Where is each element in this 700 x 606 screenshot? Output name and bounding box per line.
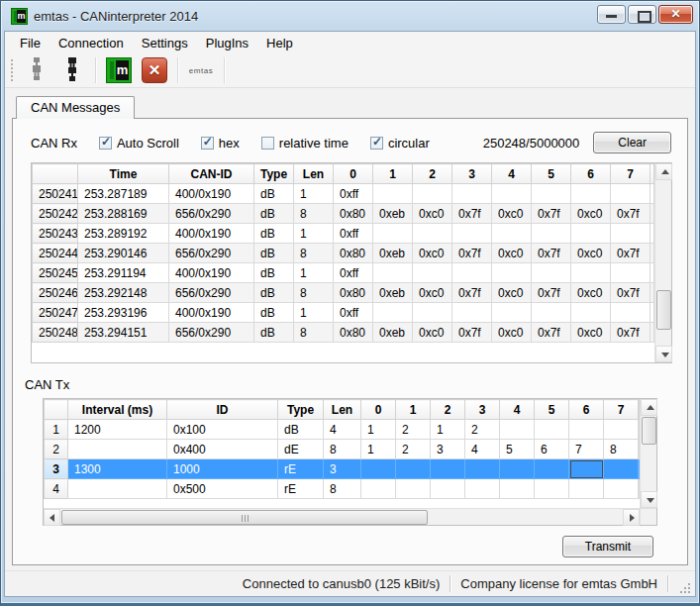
tx-cell[interactable]: 1000 (167, 459, 278, 479)
tx-horizontal-scrollbar[interactable] (44, 509, 640, 525)
tx-column-header[interactable]: 3 (465, 400, 500, 420)
tx-cell[interactable]: dB (278, 420, 324, 440)
tx-cell[interactable] (431, 459, 465, 479)
rx-cell[interactable]: 400/0x190 (169, 224, 254, 244)
rx-cell[interactable]: 0xc0 (571, 204, 611, 224)
tx-cell[interactable]: rE (278, 479, 324, 499)
rx-cell[interactable] (650, 224, 654, 244)
rx-column-header[interactable]: 6 (571, 164, 611, 184)
checkbox-checked-icon[interactable] (370, 137, 383, 150)
tx-table[interactable]: Interval (ms)IDTypeLen01234567112000x100… (44, 399, 640, 499)
rx-cell[interactable]: 0xc0 (492, 244, 532, 263)
rx-cell[interactable]: 400/0x190 (169, 303, 254, 323)
rx-cell[interactable]: dB (254, 283, 294, 303)
tx-cell[interactable] (604, 459, 639, 479)
rx-cell[interactable] (611, 224, 650, 244)
rx-cell[interactable]: 1 (294, 184, 334, 204)
rx-cell[interactable]: 0xff (334, 303, 373, 323)
rx-cell[interactable]: 0xc0 (492, 204, 532, 224)
rx-cell[interactable]: 0xc0 (492, 283, 532, 303)
checkbox-auto-scroll[interactable]: Auto Scroll (99, 136, 179, 151)
connect-button[interactable] (20, 55, 53, 85)
tx-cell[interactable] (361, 459, 396, 479)
tx-column-header[interactable]: 0 (361, 400, 396, 420)
rx-cell[interactable]: 1 (294, 263, 334, 283)
checkbox-unchecked-icon[interactable] (261, 137, 274, 150)
tx-cell[interactable]: dE (278, 440, 324, 459)
tx-column-header[interactable]: 7 (604, 400, 639, 420)
rx-cell[interactable]: 0x7f (611, 323, 650, 343)
rx-cell[interactable]: 0x7f (452, 244, 492, 263)
tx-row-number[interactable]: 2 (45, 440, 68, 459)
tx-cell[interactable]: 8 (324, 440, 361, 459)
tx-vertical-scrollbar[interactable] (640, 399, 656, 508)
rx-cell[interactable]: 0x7f (532, 283, 571, 303)
rx-cell[interactable] (413, 224, 452, 244)
tx-cell[interactable] (500, 459, 535, 479)
tx-cell[interactable] (500, 420, 535, 440)
rx-cell[interactable]: dB (254, 303, 294, 323)
tx-cell[interactable] (569, 420, 604, 440)
rx-cell[interactable] (571, 263, 611, 283)
rx-cell[interactable] (532, 224, 571, 244)
tx-column-header[interactable]: 2 (431, 400, 465, 420)
rx-cell[interactable]: 0x7f (532, 244, 571, 263)
rx-cell[interactable] (611, 184, 650, 204)
scroll-up-arrow-icon[interactable] (655, 163, 672, 180)
rx-column-header[interactable]: 7 (611, 164, 650, 184)
scroll-down-arrow-icon[interactable] (641, 491, 657, 508)
rx-cell[interactable] (373, 184, 413, 204)
rx-column-header[interactable]: Time (78, 164, 169, 184)
tx-column-header[interactable]: 4 (500, 400, 535, 420)
tx-cell[interactable]: 3 (431, 440, 465, 459)
rx-table[interactable]: TimeCAN-IDTypeLen01234567250241253.28718… (32, 163, 654, 343)
tx-row-number[interactable]: 3 (45, 459, 68, 479)
tx-column-header[interactable]: 6 (569, 400, 604, 420)
rx-cell[interactable]: 8 (294, 204, 334, 224)
checkbox-hex[interactable]: hex (201, 136, 240, 151)
rx-vertical-scrollbar[interactable] (654, 163, 671, 362)
rx-cell[interactable]: 253.293196 (78, 303, 169, 323)
checkbox-checked-icon[interactable] (99, 137, 112, 150)
tx-cell[interactable] (535, 459, 569, 479)
rx-cell[interactable] (532, 184, 571, 204)
rx-cell[interactable]: 0x7f (611, 204, 650, 224)
rx-cell[interactable]: 0xff (334, 184, 373, 204)
tx-cell[interactable]: 0x100 (167, 420, 278, 440)
rx-cell[interactable] (452, 224, 492, 244)
rx-cell[interactable]: 253.287189 (78, 184, 169, 204)
rx-column-header[interactable] (650, 164, 654, 184)
rx-cell[interactable]: 0xeb (373, 244, 413, 263)
tx-row[interactable]: 112000x100dB41212 (45, 420, 640, 440)
menu-item-help[interactable]: Help (257, 34, 302, 52)
tx-cell[interactable]: 1 (431, 420, 465, 440)
scroll-up-arrow-icon[interactable] (641, 399, 657, 416)
tx-cell[interactable]: 3 (324, 459, 361, 479)
rx-cell[interactable]: 0x7f (532, 323, 571, 343)
rx-cell[interactable]: 8 (294, 323, 334, 343)
rx-cell[interactable]: 0xc0 (571, 283, 611, 303)
rx-cell[interactable]: 0x7f (452, 323, 492, 343)
rx-cell[interactable]: 253.292148 (78, 283, 169, 303)
tx-corner-header[interactable] (45, 400, 68, 420)
rx-column-header[interactable]: 0 (334, 164, 373, 184)
tx-cell[interactable]: 2 (396, 440, 431, 459)
rx-cell[interactable] (611, 303, 650, 323)
rx-column-header[interactable]: 1 (373, 164, 413, 184)
tx-cell[interactable]: 1 (361, 420, 396, 440)
tx-cell[interactable] (465, 459, 500, 479)
rx-cell[interactable]: 1 (294, 303, 334, 323)
rx-row[interactable]: 250247253.293196400/0x190dB10xff (33, 303, 654, 323)
rx-cell[interactable]: dB (254, 224, 294, 244)
tx-cell[interactable] (604, 420, 639, 440)
tx-column-header[interactable]: Len (324, 400, 361, 420)
rx-row-number[interactable]: 250242 (33, 204, 78, 224)
tx-cell[interactable]: 0x500 (167, 479, 278, 499)
rx-cell[interactable] (571, 224, 611, 244)
clear-button[interactable]: Clear (593, 132, 671, 153)
rx-cell[interactable] (492, 263, 532, 283)
tx-cell[interactable]: rE (278, 459, 324, 479)
tx-focused-cell[interactable] (569, 459, 604, 479)
tx-cell[interactable] (68, 440, 167, 459)
rx-cell[interactable]: 0x80 (334, 244, 373, 263)
